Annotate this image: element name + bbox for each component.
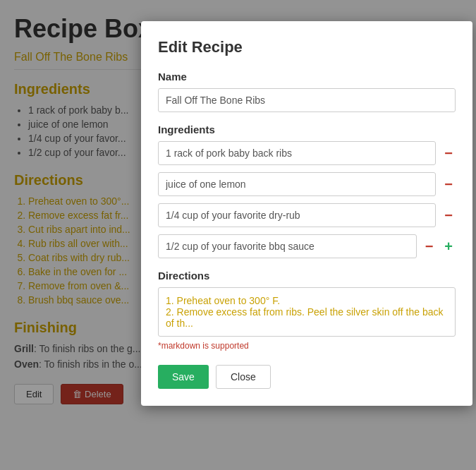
add-ingredient-button[interactable]: + — [441, 239, 456, 253]
ingredients-form-group: Ingredients − − − − + — [158, 123, 456, 258]
directions-line-2: 2. Remove excess fat from ribs. Peel the… — [166, 306, 448, 329]
ingredient-row-1: − — [158, 141, 456, 165]
remove-ingredient-1-button[interactable]: − — [441, 146, 456, 160]
remove-ingredient-4-button[interactable]: − — [422, 239, 437, 253]
ingredient-input-1[interactable] — [158, 141, 436, 165]
markdown-note: *markdown is supported — [158, 341, 456, 351]
directions-line-1: 1. Preheat oven to 300° F. — [166, 295, 448, 306]
edit-recipe-modal: Edit Recipe Name Ingredients − − − − + D… — [141, 21, 472, 406]
directions-label: Directions — [158, 270, 456, 282]
remove-ingredient-3-button[interactable]: − — [441, 208, 456, 222]
close-button[interactable]: Close — [216, 365, 271, 389]
directions-box: 1. Preheat oven to 300° F. 2. Remove exc… — [158, 287, 456, 337]
ingredient-input-3[interactable] — [158, 203, 436, 227]
name-label: Name — [158, 71, 456, 83]
modal-actions: Save Close — [158, 365, 456, 389]
ingredients-label: Ingredients — [158, 123, 456, 135]
remove-ingredient-2-button[interactable]: − — [441, 177, 456, 191]
save-button[interactable]: Save — [158, 365, 209, 389]
ingredient-row-4: − + — [158, 234, 456, 258]
name-form-group: Name — [158, 71, 456, 112]
name-input[interactable] — [158, 88, 456, 112]
modal-title: Edit Recipe — [158, 38, 456, 56]
directions-form-group: Directions 1. Preheat oven to 300° F. 2.… — [158, 270, 456, 351]
ingredient-input-4[interactable] — [158, 234, 417, 258]
ingredient-row-3: − — [158, 203, 456, 227]
ingredient-row-2: − — [158, 172, 456, 196]
ingredient-input-2[interactable] — [158, 172, 436, 196]
